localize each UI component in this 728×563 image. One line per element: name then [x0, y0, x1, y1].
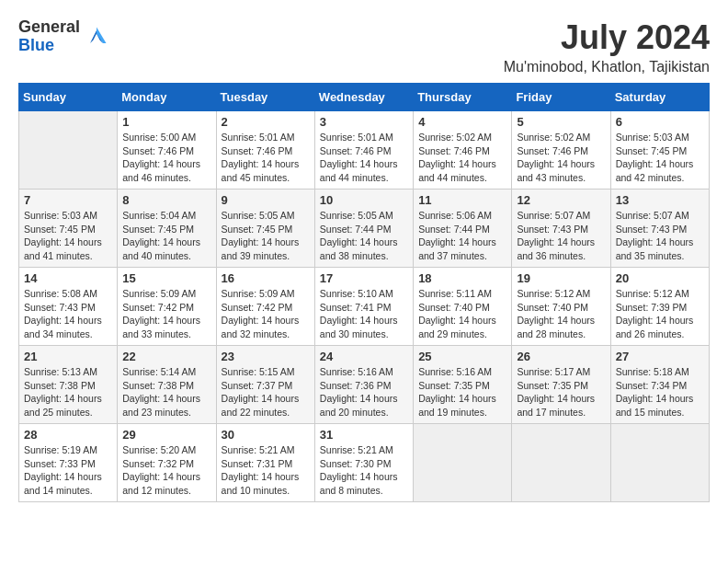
day-info: Sunrise: 5:01 AMSunset: 7:46 PMDaylight:…	[320, 131, 408, 185]
calendar-cell: 2Sunrise: 5:01 AMSunset: 7:46 PMDaylight…	[216, 111, 314, 190]
day-info: Sunrise: 5:02 AMSunset: 7:46 PMDaylight:…	[418, 131, 506, 185]
calendar-cell: 19Sunrise: 5:12 AMSunset: 7:40 PMDayligh…	[512, 268, 610, 346]
day-number: 10	[320, 193, 408, 207]
month-year: July 2024	[504, 18, 710, 57]
calendar-cell: 8Sunrise: 5:04 AMSunset: 7:45 PMDaylight…	[118, 190, 216, 268]
page-header: General Blue July 2024 Mu'minobod, Khatl…	[18, 18, 710, 75]
day-info: Sunrise: 5:21 AMSunset: 7:31 PMDaylight:…	[222, 443, 310, 498]
calendar-cell	[610, 424, 709, 502]
day-info: Sunrise: 5:11 AMSunset: 7:40 PMDaylight:…	[418, 287, 506, 341]
day-info: Sunrise: 5:08 AMSunset: 7:43 PMDaylight:…	[24, 287, 112, 341]
header-day-wednesday: Wednesday	[314, 84, 413, 111]
day-info: Sunrise: 5:17 AMSunset: 7:35 PMDaylight:…	[517, 365, 605, 419]
day-info: Sunrise: 5:10 AMSunset: 7:41 PMDaylight:…	[320, 287, 408, 341]
day-number: 8	[122, 193, 210, 207]
day-info: Sunrise: 5:03 AMSunset: 7:45 PMDaylight:…	[24, 209, 112, 263]
day-number: 16	[222, 271, 310, 285]
day-number: 27	[616, 350, 704, 363]
day-info: Sunrise: 5:07 AMSunset: 7:43 PMDaylight:…	[616, 209, 704, 263]
calendar-cell: 17Sunrise: 5:10 AMSunset: 7:41 PMDayligh…	[314, 268, 413, 346]
day-number: 30	[222, 428, 310, 442]
day-number: 15	[122, 271, 210, 285]
calendar-header: SundayMondayTuesdayWednesdayThursdayFrid…	[19, 84, 710, 111]
day-number: 5	[517, 115, 605, 129]
calendar-cell: 30Sunrise: 5:21 AMSunset: 7:31 PMDayligh…	[216, 424, 314, 502]
day-info: Sunrise: 5:19 AMSunset: 7:33 PMDaylight:…	[24, 443, 112, 498]
header-day-friday: Friday	[512, 84, 610, 111]
calendar-cell	[414, 424, 512, 502]
day-number: 18	[418, 271, 506, 285]
calendar-cell: 5Sunrise: 5:02 AMSunset: 7:46 PMDaylight…	[512, 111, 610, 190]
day-info: Sunrise: 5:05 AMSunset: 7:44 PMDaylight:…	[320, 209, 408, 263]
day-info: Sunrise: 5:00 AMSunset: 7:46 PMDaylight:…	[122, 131, 210, 185]
day-number: 29	[122, 428, 210, 442]
calendar-cell: 10Sunrise: 5:05 AMSunset: 7:44 PMDayligh…	[314, 190, 413, 268]
calendar-cell: 4Sunrise: 5:02 AMSunset: 7:46 PMDaylight…	[414, 111, 512, 190]
calendar-cell: 20Sunrise: 5:12 AMSunset: 7:39 PMDayligh…	[610, 268, 709, 346]
calendar-cell	[512, 424, 610, 502]
week-row-1: 1Sunrise: 5:00 AMSunset: 7:46 PMDaylight…	[19, 111, 710, 190]
title-area: July 2024 Mu'minobod, Khatlon, Tajikista…	[504, 18, 710, 75]
calendar-cell: 28Sunrise: 5:19 AMSunset: 7:33 PMDayligh…	[19, 424, 118, 502]
day-number: 7	[24, 193, 112, 207]
calendar-cell: 7Sunrise: 5:03 AMSunset: 7:45 PMDaylight…	[19, 190, 118, 268]
calendar-cell: 29Sunrise: 5:20 AMSunset: 7:32 PMDayligh…	[118, 424, 216, 502]
day-info: Sunrise: 5:12 AMSunset: 7:40 PMDaylight:…	[517, 287, 605, 341]
day-number: 26	[517, 350, 605, 363]
calendar-cell: 15Sunrise: 5:09 AMSunset: 7:42 PMDayligh…	[118, 268, 216, 346]
day-info: Sunrise: 5:14 AMSunset: 7:38 PMDaylight:…	[122, 365, 210, 419]
day-info: Sunrise: 5:02 AMSunset: 7:46 PMDaylight:…	[517, 131, 605, 185]
day-number: 22	[122, 350, 210, 363]
calendar-cell	[19, 111, 118, 190]
calendar-cell: 31Sunrise: 5:21 AMSunset: 7:30 PMDayligh…	[314, 424, 413, 502]
day-number: 21	[24, 350, 112, 363]
day-number: 24	[320, 350, 408, 363]
location: Mu'minobod, Khatlon, Tajikistan	[504, 59, 710, 75]
calendar-cell: 11Sunrise: 5:06 AMSunset: 7:44 PMDayligh…	[414, 190, 512, 268]
week-row-3: 14Sunrise: 5:08 AMSunset: 7:43 PMDayligh…	[19, 268, 710, 346]
day-info: Sunrise: 5:01 AMSunset: 7:46 PMDaylight:…	[222, 131, 310, 185]
calendar-cell: 24Sunrise: 5:16 AMSunset: 7:36 PMDayligh…	[314, 346, 413, 424]
calendar-body: 1Sunrise: 5:00 AMSunset: 7:46 PMDaylight…	[19, 111, 710, 502]
calendar-cell: 14Sunrise: 5:08 AMSunset: 7:43 PMDayligh…	[19, 268, 118, 346]
day-info: Sunrise: 5:20 AMSunset: 7:32 PMDaylight:…	[122, 443, 210, 498]
logo-general: General	[18, 18, 80, 37]
day-info: Sunrise: 5:13 AMSunset: 7:38 PMDaylight:…	[24, 365, 112, 419]
calendar-cell: 6Sunrise: 5:03 AMSunset: 7:45 PMDaylight…	[610, 111, 709, 190]
calendar-cell: 23Sunrise: 5:15 AMSunset: 7:37 PMDayligh…	[216, 346, 314, 424]
day-number: 14	[24, 271, 112, 285]
day-number: 9	[222, 193, 310, 207]
logo: General Blue	[18, 18, 109, 55]
calendar-cell: 18Sunrise: 5:11 AMSunset: 7:40 PMDayligh…	[414, 268, 512, 346]
week-row-5: 28Sunrise: 5:19 AMSunset: 7:33 PMDayligh…	[19, 424, 710, 502]
day-number: 2	[222, 115, 310, 129]
day-number: 11	[418, 193, 506, 207]
day-number: 28	[24, 428, 112, 442]
day-number: 4	[418, 115, 506, 129]
header-day-sunday: Sunday	[19, 84, 118, 111]
logo-icon	[84, 24, 109, 50]
day-number: 25	[418, 350, 506, 363]
calendar-cell: 16Sunrise: 5:09 AMSunset: 7:42 PMDayligh…	[216, 268, 314, 346]
day-number: 13	[616, 193, 704, 207]
day-info: Sunrise: 5:15 AMSunset: 7:37 PMDaylight:…	[222, 365, 310, 419]
day-info: Sunrise: 5:21 AMSunset: 7:30 PMDaylight:…	[320, 443, 408, 498]
day-info: Sunrise: 5:07 AMSunset: 7:43 PMDaylight:…	[517, 209, 605, 263]
day-info: Sunrise: 5:12 AMSunset: 7:39 PMDaylight:…	[616, 287, 704, 341]
day-number: 1	[122, 115, 210, 129]
calendar-cell: 3Sunrise: 5:01 AMSunset: 7:46 PMDaylight…	[314, 111, 413, 190]
header-day-monday: Monday	[118, 84, 216, 111]
calendar-cell: 1Sunrise: 5:00 AMSunset: 7:46 PMDaylight…	[118, 111, 216, 190]
day-number: 6	[616, 115, 704, 129]
calendar-cell: 25Sunrise: 5:16 AMSunset: 7:35 PMDayligh…	[414, 346, 512, 424]
calendar-cell: 12Sunrise: 5:07 AMSunset: 7:43 PMDayligh…	[512, 190, 610, 268]
calendar-cell: 9Sunrise: 5:05 AMSunset: 7:45 PMDaylight…	[216, 190, 314, 268]
header-row: SundayMondayTuesdayWednesdayThursdayFrid…	[19, 84, 710, 111]
day-info: Sunrise: 5:16 AMSunset: 7:35 PMDaylight:…	[418, 365, 506, 419]
header-day-thursday: Thursday	[414, 84, 512, 111]
header-day-saturday: Saturday	[610, 84, 709, 111]
calendar-cell: 21Sunrise: 5:13 AMSunset: 7:38 PMDayligh…	[19, 346, 118, 424]
day-number: 17	[320, 271, 408, 285]
header-day-tuesday: Tuesday	[216, 84, 314, 111]
calendar-cell: 26Sunrise: 5:17 AMSunset: 7:35 PMDayligh…	[512, 346, 610, 424]
